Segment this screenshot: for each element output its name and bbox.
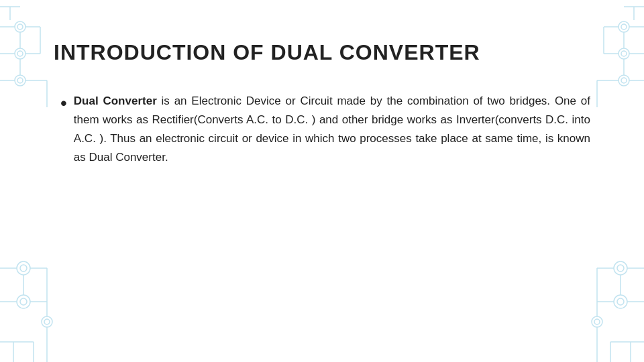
svg-point-36 — [17, 261, 30, 275]
svg-point-57 — [594, 319, 600, 324]
svg-point-55 — [617, 298, 624, 305]
svg-point-56 — [592, 316, 602, 327]
slide-title: INTRODUCTION OF DUAL CONVERTER — [54, 40, 590, 65]
svg-point-52 — [614, 261, 627, 275]
bullet-section: • Dual Converter is an Electronic Device… — [54, 92, 590, 167]
svg-point-40 — [42, 316, 52, 327]
svg-point-1 — [17, 24, 23, 29]
svg-point-54 — [614, 295, 627, 308]
svg-point-0 — [15, 21, 25, 32]
svg-point-18 — [619, 21, 629, 32]
bullet-dot: • — [60, 89, 67, 117]
svg-point-23 — [621, 78, 627, 83]
svg-point-2 — [15, 48, 25, 59]
svg-point-3 — [17, 51, 23, 56]
svg-point-20 — [619, 48, 629, 59]
svg-point-19 — [621, 24, 627, 29]
content-area: INTRODUCTION OF DUAL CONVERTER • Dual Co… — [54, 27, 590, 335]
svg-point-22 — [619, 75, 629, 86]
bullet-item: • Dual Converter is an Electronic Device… — [60, 92, 590, 167]
bullet-bold: Dual Converter — [74, 95, 157, 107]
bullet-text: Dual Converter is an Electronic Device o… — [74, 92, 590, 167]
svg-point-39 — [20, 298, 27, 305]
svg-point-53 — [617, 265, 624, 272]
svg-point-5 — [17, 78, 23, 83]
svg-point-41 — [44, 319, 50, 324]
svg-point-4 — [15, 75, 25, 86]
svg-point-37 — [20, 265, 27, 272]
slide-container: INTRODUCTION OF DUAL CONVERTER • Dual Co… — [0, 0, 644, 362]
svg-point-21 — [621, 51, 627, 56]
svg-point-38 — [17, 295, 30, 308]
